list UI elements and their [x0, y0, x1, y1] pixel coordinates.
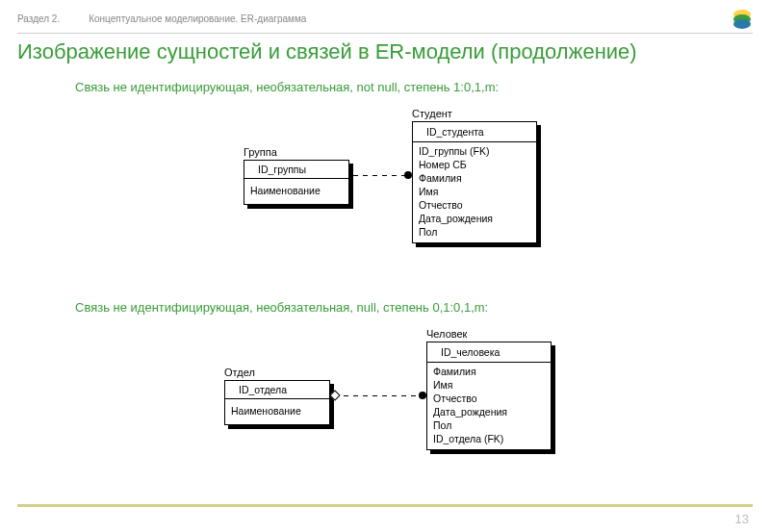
attr: Наименование [225, 401, 329, 420]
page-number: 13 [735, 512, 749, 526]
attr: Фамилия [427, 365, 551, 378]
entity-person: Человек ID_человека Фамилия Имя Отчество… [426, 328, 552, 450]
diagram2: Отдел ID_отдела Наименование Человек ID_… [17, 328, 753, 482]
attr: Отчество [413, 198, 536, 212]
attr: Пол [413, 225, 536, 239]
diagram1: Группа ID_группы Наименование Студент ID… [17, 108, 753, 271]
attr: Фамилия [413, 171, 536, 185]
attr: Имя [413, 185, 536, 198]
attr: Дата_рождения [413, 212, 536, 225]
many-dot-icon [419, 392, 426, 399]
relationship-line [353, 175, 408, 176]
entity-label: Студент [412, 108, 537, 119]
attr: Отчество [427, 392, 551, 405]
entity-department: Отдел ID_отдела Наименование [224, 367, 330, 425]
attr: Дата_рождения [427, 405, 551, 418]
relationship-line [334, 395, 423, 396]
attr: Имя [427, 378, 551, 392]
slide-header: Раздел 2. Концептуальное моделирование. … [17, 0, 753, 33]
entity-student: Студент ID_студента ID_группы (FK) Номер… [412, 108, 537, 243]
pk: ID_студента [413, 122, 536, 142]
section-label: Раздел 2. [17, 13, 60, 24]
topic-label: Концептуальное моделирование. ER-диаграм… [89, 13, 732, 24]
page-title: Изображение сущностей и связей в ER-моде… [17, 39, 753, 64]
attr: Пол [427, 418, 551, 432]
many-dot-icon [404, 171, 412, 179]
attr: ID_группы (FK) [413, 144, 536, 158]
diagram1-caption: Связь не идентифицирующая, необязательна… [75, 80, 753, 94]
pk: ID_человека [427, 342, 551, 363]
entity-label: Человек [426, 328, 552, 340]
pk: ID_отдела [225, 381, 329, 399]
diagram2-caption: Связь не идентифицирующая, необязательна… [75, 300, 753, 315]
entity-label: Отдел [224, 367, 330, 378]
footer-divider [17, 504, 753, 507]
pk: ID_группы [244, 161, 348, 179]
attr: Наименование [244, 181, 348, 200]
entity-group: Группа ID_группы Наименование [244, 146, 349, 205]
entity-label: Группа [244, 146, 349, 158]
attr: Номер СБ [413, 158, 536, 171]
header-divider [17, 33, 753, 34]
logo-icon [732, 10, 753, 27]
attr: ID_отдела (FK) [427, 432, 551, 445]
